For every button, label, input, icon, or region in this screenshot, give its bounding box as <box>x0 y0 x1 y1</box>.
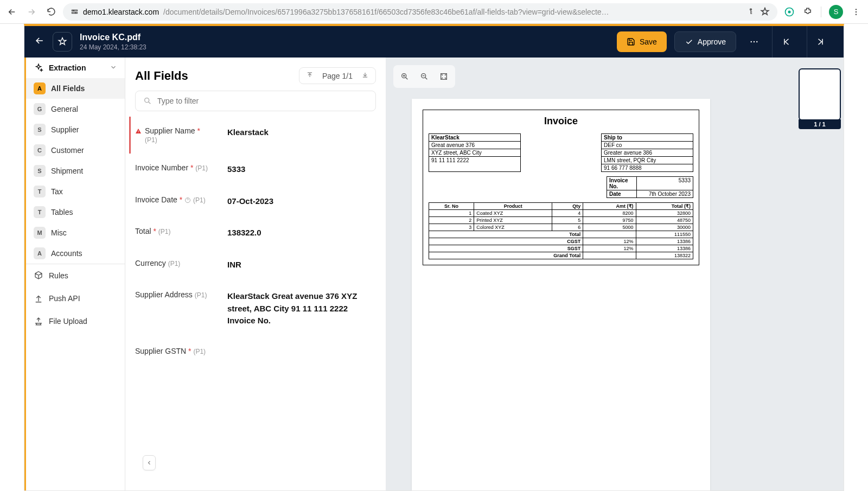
fit-screen-button[interactable] <box>436 68 452 85</box>
sidebar-item-label: Tax <box>51 187 63 196</box>
page-navigator: Page 1/1 <box>299 67 376 84</box>
filter-input[interactable] <box>157 97 368 105</box>
field-row[interactable]: Supplier Address (P1)KlearStack Great av… <box>135 280 376 337</box>
shipto-address-box: Ship toDEF coGreater avenue 386LMN stree… <box>601 133 693 172</box>
svg-point-2 <box>73 10 74 11</box>
sidebar-item-label: Accounts <box>51 249 82 258</box>
field-row[interactable]: Invoice Date * (P1)07-Oct-2023 <box>135 186 376 218</box>
sidebar-item-shipment[interactable]: SShipment <box>26 161 125 181</box>
page-label: Page 1/1 <box>322 72 353 80</box>
sidebar-item-supplier[interactable]: SSupplier <box>26 119 125 140</box>
field-row[interactable]: Invoice Number * (P1)5333 <box>135 154 376 186</box>
svg-point-8 <box>856 14 857 15</box>
extensions-icon[interactable] <box>802 7 813 17</box>
bookmark-star-icon[interactable] <box>760 7 770 17</box>
sidebar-badge: S <box>34 165 46 177</box>
sparkle-icon <box>34 63 43 73</box>
next-doc-button[interactable] <box>807 26 834 58</box>
svg-point-12 <box>145 98 149 103</box>
browser-back-button[interactable] <box>7 7 17 17</box>
browser-forward-button[interactable] <box>26 7 37 17</box>
sidebar-badge: C <box>34 144 46 156</box>
field-row[interactable]: Supplier Name *(P1)Klearstack <box>129 117 376 154</box>
svg-point-5 <box>788 10 791 13</box>
sidebar-item-label: Shipment <box>51 167 83 175</box>
save-button[interactable]: Save <box>617 31 667 52</box>
sidebar-item-general[interactable]: GGeneral <box>26 99 125 119</box>
document-preview-panel: Invoice KlearStackGreat avenue 376XYZ st… <box>386 58 844 490</box>
sidebar-item-label: Misc <box>51 228 67 237</box>
panel-title: All Fields <box>135 69 188 83</box>
field-value <box>227 347 376 355</box>
document-title: Invoice KC.pdf <box>80 33 609 42</box>
sidebar-section-label: Extraction <box>49 63 86 72</box>
field-row[interactable]: Currency (P1)INR <box>135 249 376 281</box>
page-up-button[interactable] <box>306 71 314 80</box>
browser-chrome: demo1.klearstack.com/document/details/De… <box>0 0 868 24</box>
fields-panel: All Fields Page 1/1 Supplier Name *(P1)K… <box>125 58 386 490</box>
app-back-button[interactable] <box>34 35 45 48</box>
sidebar-badge: T <box>34 206 46 218</box>
browser-refresh-button[interactable] <box>46 7 56 17</box>
field-value: 5333 <box>227 163 376 176</box>
field-value: Klearstack <box>227 126 376 144</box>
user-avatar[interactable]: S <box>829 5 843 19</box>
field-label: Supplier GSTN * (P1) <box>135 347 227 355</box>
url-bar[interactable]: demo1.klearstack.com/document/details/De… <box>63 3 777 21</box>
help-icon <box>184 197 191 203</box>
sidebar-badge: M <box>34 227 46 239</box>
sidebar-fileupload[interactable]: File Upload <box>26 310 125 333</box>
svg-point-10 <box>754 41 755 42</box>
approve-button[interactable]: Approve <box>674 31 736 52</box>
upload-arrow-icon <box>34 294 43 303</box>
field-row[interactable]: Supplier GSTN * (P1) <box>135 337 376 365</box>
field-label: Currency (P1) <box>135 259 227 271</box>
key-icon[interactable] <box>746 7 756 17</box>
favorite-button[interactable] <box>53 32 72 52</box>
save-label: Save <box>640 37 657 46</box>
sidebar-pushapi[interactable]: Push API <box>26 287 125 310</box>
collapse-panel-button[interactable] <box>143 455 156 470</box>
sidebar-item-label: Tables <box>51 208 73 216</box>
field-row[interactable]: Total * (P1)138322.0 <box>135 217 376 249</box>
search-icon <box>143 97 152 105</box>
sidebar-item-all-fields[interactable]: AAll Fields <box>26 78 125 99</box>
sidebar-item-label: Push API <box>49 294 80 303</box>
invoice-page: Invoice KlearStackGreat avenue 376XYZ st… <box>423 110 699 265</box>
thumbnail-label: 1 / 1 <box>799 119 841 129</box>
upload-cloud-icon <box>34 316 43 326</box>
app-container: Invoice KC.pdf 24 May 2024, 12:38:23 Sav… <box>24 24 844 491</box>
url-path: /document/details/Demo/Invoices/6571996a… <box>163 8 609 16</box>
sidebar-item-label: Rules <box>49 271 68 280</box>
sidebar-item-misc[interactable]: MMisc <box>26 222 125 243</box>
thumbnail-strip: 1 / 1 <box>799 68 841 129</box>
page-thumbnail[interactable] <box>799 68 841 120</box>
prev-doc-button[interactable] <box>772 26 799 58</box>
sidebar-item-tax[interactable]: TTax <box>26 181 125 202</box>
sidebar-badge: T <box>34 186 46 197</box>
sidebar-rules[interactable]: Rules <box>26 264 125 287</box>
zoom-in-button[interactable] <box>397 68 413 85</box>
field-label: Supplier Name *(P1) <box>135 126 227 144</box>
document-canvas[interactable]: Invoice KlearStackGreat avenue 376XYZ st… <box>412 99 710 490</box>
preview-toolbar <box>393 65 455 88</box>
more-options-button[interactable] <box>744 31 764 52</box>
browser-menu-icon[interactable] <box>851 7 861 17</box>
field-label: Invoice Date * (P1) <box>135 195 227 208</box>
sidebar-item-tables[interactable]: TTables <box>26 202 125 222</box>
sidebar-item-customer[interactable]: CCustomer <box>26 140 125 161</box>
field-value: KlearStack Great avenue 376 XYZ street, … <box>227 290 376 327</box>
extension-circle-icon[interactable] <box>784 7 795 17</box>
sidebar-section-extraction[interactable]: Extraction <box>26 58 125 78</box>
filter-search-box[interactable] <box>135 91 376 111</box>
sidebar-item-accounts[interactable]: AAccounts <box>26 243 125 264</box>
svg-point-3 <box>75 12 76 14</box>
field-label: Invoice Number * (P1) <box>135 163 227 176</box>
app-header: Invoice KC.pdf 24 May 2024, 12:38:23 Sav… <box>24 26 844 58</box>
invoice-items-table: Sr. NoProductQtyAmt (₹)Total (₹)1Coated … <box>429 202 693 259</box>
page-down-button[interactable] <box>361 71 369 80</box>
field-label: Total * (P1) <box>135 227 227 239</box>
zoom-out-button[interactable] <box>416 68 432 85</box>
sidebar-item-label: General <box>51 105 78 113</box>
sidebar-badge: G <box>34 103 46 115</box>
